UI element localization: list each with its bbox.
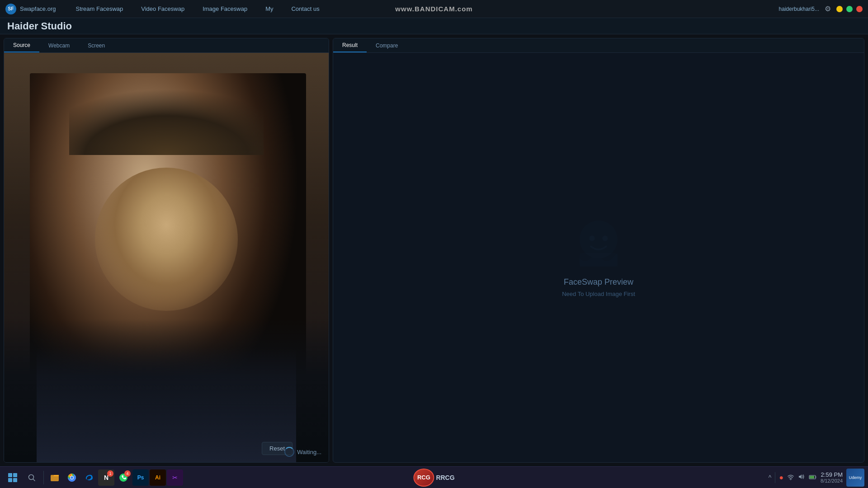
tab-screen[interactable]: Screen <box>79 38 114 52</box>
hair-area <box>69 73 264 155</box>
app-logo-icon: SF <box>5 4 16 14</box>
taskbar-tray: ^ ● 2:59 PM <box>769 469 864 487</box>
taskbar-edge-icon[interactable] <box>81 469 97 486</box>
volume-svg <box>798 473 805 480</box>
nav-video-faceswap[interactable]: Video Faceswap <box>139 5 186 12</box>
svg-point-1 <box>590 236 595 241</box>
tab-source[interactable]: Source <box>4 38 39 52</box>
taskbar-sep-1 <box>43 471 44 484</box>
close-button[interactable] <box>856 6 863 12</box>
tray-sep <box>775 472 775 483</box>
video-edit-symbol: ✂ <box>172 474 178 481</box>
svg-point-0 <box>580 221 618 258</box>
window-controls <box>836 6 863 12</box>
clock-time: 2:59 PM <box>821 471 843 478</box>
edge-svg-icon <box>84 473 94 483</box>
waiting-text: Waiting... <box>297 449 321 455</box>
clock-date: 8/12/2024 <box>821 478 843 483</box>
nav-stream-faceswap[interactable]: Stream Faceswap <box>74 5 125 12</box>
source-photo <box>4 53 329 462</box>
face-area <box>95 168 238 311</box>
brand-group: RCG RRCG <box>413 469 454 487</box>
recording-icon[interactable]: ● <box>779 474 783 482</box>
preview-panel: Result Compare FaceSwap Preview Need To … <box>333 38 864 463</box>
svg-point-31 <box>790 479 791 480</box>
site-name: Swapface.org <box>20 5 56 12</box>
notion-badge: 1 <box>107 470 113 477</box>
brand-text: RCG <box>417 474 430 481</box>
watermark-text: www.BANDICAM.com <box>395 5 472 13</box>
ps-label: Ps <box>137 474 144 481</box>
user-info: haiderbukhari5... <box>779 6 819 12</box>
preview-subtitle: Need To Upload Image First <box>562 291 635 297</box>
main-content: Source Webcam Screen R <box>0 34 868 466</box>
tab-webcam[interactable]: Webcam <box>39 38 79 52</box>
tab-result[interactable]: Result <box>333 38 367 52</box>
nav-image-faceswap[interactable]: Image Faceswap <box>201 5 249 12</box>
taskbar-whatsapp-icon[interactable]: 4 <box>115 469 132 486</box>
system-clock[interactable]: 2:59 PM 8/12/2024 <box>821 471 843 483</box>
taskbar: N 1 4 Ps Ai ✂ RCG RRCG ^ ● <box>0 466 868 488</box>
svg-line-24 <box>33 479 35 481</box>
settings-icon[interactable]: ⚙ <box>825 5 831 13</box>
svg-rect-33 <box>810 476 814 479</box>
taskbar-search[interactable] <box>23 469 41 487</box>
nav-my[interactable]: My <box>264 5 275 12</box>
taskbar-explorer-icon[interactable] <box>47 469 63 486</box>
volume-icon[interactable] <box>798 473 805 482</box>
battery-icon[interactable] <box>809 474 817 481</box>
whatsapp-badge: 4 <box>124 470 131 477</box>
taskbar-ai-icon[interactable]: Ai <box>150 469 166 486</box>
preview-title: FaceSwap Preview <box>564 277 633 287</box>
windows-logo <box>8 473 17 482</box>
studio-title: Haider Studio <box>7 20 72 32</box>
source-image-area: Reset Waiting... <box>4 53 329 462</box>
chrome-svg-icon <box>67 473 77 483</box>
top-nav: Stream Faceswap Video Faceswap Image Fac… <box>74 5 321 12</box>
start-button-taskbar[interactable] <box>4 469 22 487</box>
suit-overlay <box>37 347 296 462</box>
app-header: Haider Studio <box>0 18 868 34</box>
source-panel: Source Webcam Screen R <box>4 38 329 463</box>
titlebar-right: haiderbukhari5... ⚙ <box>779 5 863 13</box>
wifi-svg <box>787 473 794 480</box>
logo-text: SF <box>8 6 14 11</box>
svg-point-23 <box>29 474 34 479</box>
taskbar-app-thumbnail[interactable]: Udemy <box>846 469 864 487</box>
brand-circle-icon: RCG <box>413 469 434 487</box>
svg-point-29 <box>71 476 73 479</box>
tab-compare[interactable]: Compare <box>367 38 407 52</box>
ghost-preview-icon <box>571 218 626 274</box>
minimize-button[interactable] <box>836 6 843 12</box>
taskbar-video-edit-icon[interactable]: ✂ <box>167 469 183 486</box>
tray-expand-icon[interactable]: ^ <box>769 474 772 481</box>
nav-contact[interactable]: Contact us <box>289 5 321 12</box>
loading-spinner <box>284 447 294 457</box>
source-tab-row: Source Webcam Screen <box>4 38 329 53</box>
battery-svg <box>809 474 817 480</box>
taskbar-ps-icon[interactable]: Ps <box>132 469 149 486</box>
svg-point-2 <box>602 236 608 241</box>
preview-area: FaceSwap Preview Need To Upload Image Fi… <box>333 53 864 462</box>
waiting-indicator: Waiting... <box>284 447 321 457</box>
maximize-button[interactable] <box>846 6 853 12</box>
result-tab-row: Result Compare <box>333 38 864 53</box>
brand-name-text: RRCG <box>436 474 454 481</box>
ai-label: Ai <box>155 474 160 481</box>
file-explorer-svg <box>50 473 60 483</box>
search-svg-icon <box>28 474 36 482</box>
taskbar-notion-icon[interactable]: N 1 <box>98 469 114 486</box>
wifi-icon[interactable] <box>787 473 794 482</box>
taskbar-center-brand: RCG RRCG <box>413 469 454 487</box>
titlebar: SF Swapface.org Stream Faceswap Video Fa… <box>0 0 868 18</box>
taskbar-chrome-icon[interactable] <box>64 469 80 486</box>
logo-area: SF Swapface.org <box>5 4 56 14</box>
app-thumb-text: Udemy <box>849 475 862 480</box>
